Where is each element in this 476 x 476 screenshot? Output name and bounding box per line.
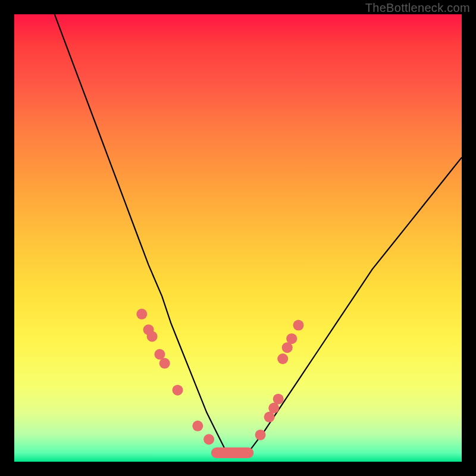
- bottom-bar: [211, 447, 253, 458]
- data-point: [293, 320, 304, 331]
- data-point: [277, 353, 288, 364]
- data-point: [173, 385, 183, 396]
- data-point: [255, 430, 266, 440]
- watermark-text: TheBottleneck.com: [365, 1, 470, 15]
- data-point: [273, 394, 284, 405]
- data-point: [286, 333, 297, 344]
- plot-area: [14, 14, 462, 462]
- data-point: [136, 309, 147, 320]
- data-point: [147, 331, 158, 342]
- data-point: [192, 421, 203, 431]
- data-point: [159, 358, 170, 369]
- data-point: [203, 434, 214, 444]
- data-point: [154, 349, 165, 360]
- curve-line: [55, 14, 462, 458]
- chart-svg: [14, 14, 462, 462]
